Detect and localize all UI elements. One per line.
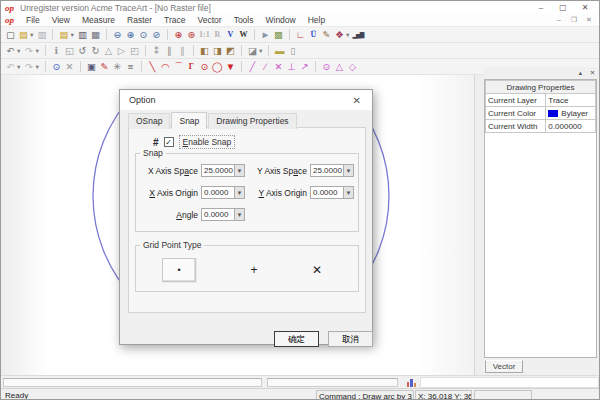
save-as-icon[interactable]: ▥ (76, 28, 89, 42)
new-file-icon[interactable]: ▢ (4, 28, 17, 42)
y-axis-space-combo[interactable]: 25.0000▼ (310, 164, 354, 177)
settings-flower-icon[interactable]: ✳ (111, 60, 124, 74)
minimize-button[interactable]: – (531, 2, 551, 14)
dialog-close-icon[interactable]: ✕ (351, 95, 363, 106)
ok-button[interactable]: 确定 (274, 331, 319, 347)
layers-icon[interactable]: ▣ (85, 60, 98, 74)
zoom-raster-icon[interactable]: ⊕ (172, 28, 185, 42)
delete-icon[interactable]: ✕ (63, 60, 76, 74)
smooth-lines-icon[interactable]: ∥ (176, 44, 189, 58)
mdi-minimize-button[interactable]: – (553, 16, 565, 24)
menu-file[interactable]: File (20, 15, 46, 25)
panel-close-button[interactable]: ✕ (588, 69, 597, 77)
list-icon[interactable]: ≡ (124, 60, 137, 74)
tab-drawing-properties[interactable]: Drawing Properties (208, 113, 296, 129)
menu-measure[interactable]: Measure (76, 15, 121, 25)
y-axis-origin-combo[interactable]: 0.0000▼ (310, 186, 354, 199)
brush-fill-icon[interactable]: ◧ (198, 44, 211, 58)
vector-view-icon[interactable]: V (224, 28, 237, 42)
mini-chart-icon[interactable] (406, 378, 417, 387)
magnet-snap-icon[interactable]: Ü (307, 28, 320, 42)
ratio-1-1-label[interactable]: 1:1 (198, 28, 211, 42)
edit-pen-icon[interactable]: ✎ (98, 60, 111, 74)
brush-half-icon[interactable]: ◩ (224, 44, 237, 58)
eraser-icon-dropdown[interactable]: ▼ (258, 48, 263, 54)
zoom-window-icon[interactable]: ⊙ (137, 28, 150, 42)
raster-view-icon[interactable]: R (211, 28, 224, 42)
axis-origin-icon[interactable]: ∟ (294, 28, 307, 42)
image-icon[interactable]: ▩ (272, 28, 285, 42)
x-axis-origin-combo[interactable]: 0.0000▼ (201, 186, 245, 199)
mdi-close-button[interactable]: ✕ (583, 16, 595, 24)
draw-filled-icon[interactable]: ▼ (224, 60, 237, 74)
enable-snap-checkbox[interactable]: ✓ (164, 137, 174, 147)
snap-center-icon[interactable]: ⊙ (320, 60, 333, 74)
maximize-button[interactable]: ▢ (553, 2, 573, 14)
ruler-icon[interactable]: ▬ (273, 44, 286, 58)
grid-point-plus[interactable]: + (250, 263, 257, 277)
y-axis-space-value[interactable]: 25.0000 (311, 165, 343, 176)
mirror-icon[interactable]: ▷ (115, 44, 128, 58)
command-input[interactable] (420, 377, 599, 388)
x-axis-origin-value[interactable]: 0.0000 (202, 187, 234, 198)
palette-icon-dropdown[interactable]: ▼ (345, 32, 350, 38)
draw-arc-3pt-icon[interactable]: ⌒ (172, 60, 185, 74)
panel-splitter[interactable] (474, 75, 483, 375)
command-field-right[interactable] (267, 378, 398, 387)
undo-vector-icon-dropdown[interactable]: ▼ (16, 64, 21, 70)
menu-view[interactable]: View (46, 15, 76, 25)
close-button[interactable]: ✕ (575, 2, 595, 14)
angle-value[interactable]: 0.0000 (202, 209, 234, 220)
y-axis-origin-value[interactable]: 0.0000 (311, 187, 343, 198)
draw-line-icon[interactable]: ╲ (146, 60, 159, 74)
zoom-select-icon[interactable]: ⊙ (50, 60, 63, 74)
x-axis-space-dropdown-icon[interactable]: ▼ (234, 165, 244, 176)
x-axis-space-value[interactable]: 25.0000 (202, 165, 234, 176)
enable-snap-label[interactable]: Enable Snap (179, 135, 236, 149)
property-value[interactable]: 0.000000 (546, 120, 596, 133)
tab-vector[interactable]: Vector (485, 360, 523, 373)
property-value[interactable]: Trace (546, 94, 596, 107)
x-axis-origin-dropdown-icon[interactable]: ▼ (234, 187, 244, 198)
snap-perpendicular-icon[interactable]: ⊥ (285, 60, 298, 74)
snap-quadrant-icon[interactable]: ◇ (346, 60, 359, 74)
menu-raster[interactable]: Raster (121, 15, 158, 25)
command-field-left[interactable] (3, 378, 262, 387)
snap-node-icon[interactable]: △ (333, 60, 346, 74)
property-value[interactable]: Bylayer (546, 107, 596, 120)
crop-icon[interactable]: ◰ (128, 44, 141, 58)
both-view-icon[interactable]: W (237, 28, 250, 42)
menu-help[interactable]: Help (302, 15, 331, 25)
column-icon[interactable]: ▯ (286, 44, 299, 58)
menu-vector[interactable]: Vector (192, 15, 228, 25)
draw-polyline-icon[interactable]: Γ (185, 60, 198, 74)
undo-icon-dropdown[interactable]: ▼ (16, 48, 21, 54)
angle-dropdown-icon[interactable]: ▼ (234, 209, 244, 220)
grid-point-dot[interactable]: • (162, 258, 196, 282)
snap-line-icon[interactable]: ╱ (246, 60, 259, 74)
x-axis-space-combo[interactable]: 25.0000▼ (201, 164, 245, 177)
brush-erase-icon[interactable]: ◨ (211, 44, 224, 58)
redo-vector-icon-dropdown[interactable]: ▼ (34, 64, 39, 70)
menu-window[interactable]: Window (259, 15, 301, 25)
deskew-icon[interactable]: △ (102, 44, 115, 58)
mdi-restore-button[interactable]: ❐ (568, 16, 580, 24)
draw-polygon-icon[interactable]: ◯ (211, 60, 224, 74)
pen-edit-icon[interactable]: ✎ (320, 28, 333, 42)
menu-tools[interactable]: Tools (228, 15, 260, 25)
thin-lines-icon[interactable]: ∥ (163, 44, 176, 58)
despeckle-icon[interactable]: ⁑ (150, 44, 163, 58)
rotate-cw-icon[interactable]: ↻ (89, 44, 102, 58)
redo-icon-dropdown[interactable]: ▼ (34, 48, 39, 54)
info-icon[interactable]: ℹ (50, 44, 63, 58)
zoom-in-icon[interactable]: ⊕ (124, 28, 137, 42)
open-file-icon-dropdown[interactable]: ▼ (29, 32, 34, 38)
snap-parallel-icon[interactable]: ∕ (259, 60, 272, 74)
import-raster-icon-dropdown[interactable]: ▼ (69, 32, 74, 38)
histogram-icon[interactable]: ▂▅▇ (351, 28, 364, 42)
scan-icon[interactable]: ▦ (89, 28, 102, 42)
cancel-button[interactable]: 取消 (328, 331, 373, 347)
panel-pin-button[interactable]: ▴ (576, 69, 585, 77)
zoom-extents-icon[interactable]: ⊘ (150, 28, 163, 42)
dialog-title-bar[interactable]: Option ✕ (120, 90, 372, 110)
